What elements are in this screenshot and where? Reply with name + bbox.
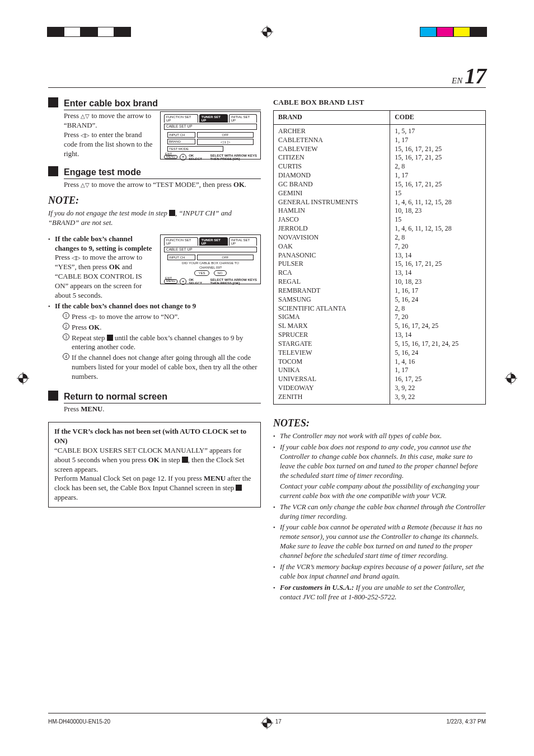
boxed-text: “CABLE BOX USERS SET CLOCK MANUALLY” app… (54, 446, 255, 475)
note-body: If you do not engage the test mode in st… (48, 209, 261, 228)
registration-mark-top (261, 26, 273, 38)
step-title: Engage test mode (64, 166, 261, 179)
th-brand: BRAND (274, 111, 390, 125)
brand-codes-cell: 1, 5, 171, 1715, 16, 17, 21, 2515, 16, 1… (390, 124, 486, 404)
case-channel-not-change: If the cable box’s channel does not chan… (48, 302, 261, 383)
note-item: If your cable box cannot be operated wit… (273, 523, 486, 561)
circled-number-icon: 4 (63, 353, 69, 360)
registration-mark-left (17, 372, 29, 384)
bullet-icon (273, 583, 280, 602)
brand-names-cell: ARCHERCABLETENNACABLEVIEWCITIZENCURTISDI… (274, 124, 390, 404)
substep-3: 3Repeat step until the cable box’s chann… (63, 334, 261, 353)
bullet-icon (273, 503, 280, 522)
notes-heading: NOTES: (273, 417, 486, 430)
step-engage-test-mode: Engage test mode Press to move the arrow… (48, 166, 261, 190)
column-right: CABLE BOX BRAND LIST BRANDCODE ARCHERCAB… (272, 97, 486, 604)
boxed-text: Perform Manual Clock Set on page 12. If … (54, 474, 255, 503)
osd-no-button: NO (214, 270, 227, 276)
column-left: Enter cable box brand FUNCTION SET UP TU… (48, 97, 262, 604)
footer-right: 1/22/3, 4:37 PM (446, 719, 486, 725)
step-marker (48, 97, 58, 107)
step-title: Return to normal screen (64, 391, 261, 403)
osd-message: CHANNEL 09? (167, 266, 254, 269)
case-title: If the cable box’s channel changes to 9,… (55, 235, 152, 252)
osd-field-label: TEST MODE (167, 146, 223, 152)
substep-4: 4If the channel does not change after go… (63, 353, 261, 382)
step-text: Press to move the arrow to “TEST MODE”, … (64, 180, 261, 190)
bullet-icon (48, 234, 55, 300)
osd-tab-active: TUNER SET UP (199, 114, 228, 123)
note-item: If your cable box does not respond to an… (273, 443, 486, 500)
osd-yes-button: YES (194, 270, 209, 276)
bullet-icon (273, 523, 280, 561)
note-item: For customers in U.S.A.: If you are unab… (273, 583, 486, 602)
page-number: EN 17 (452, 63, 486, 89)
printmarks-top (0, 27, 534, 40)
substep-1: 1Press to move the arrow to “NO”. (63, 312, 261, 322)
footer-left: HM-DH40000U-EN15-20 (48, 719, 110, 725)
bullet-icon (273, 443, 280, 500)
registration-mark-right (505, 372, 517, 384)
osd-tab: FUNCTION SET UP (164, 237, 198, 246)
bullet-icon (273, 562, 280, 581)
step-ref-icon (107, 335, 113, 341)
note-heading: NOTE: (48, 194, 261, 208)
bullet-icon (48, 302, 55, 383)
header-rule (48, 87, 486, 88)
osd-tab: INITIAL SET UP (229, 237, 257, 246)
page-prefix: EN (452, 76, 462, 85)
brand-table: BRANDCODE ARCHERCABLETENNACABLEVIEWCITIZ… (273, 110, 486, 405)
th-code: CODE (390, 111, 486, 125)
osd-message: DID YOUR CABLE BOX CHANGE TO (167, 261, 254, 265)
step-ref-icon (236, 485, 242, 491)
osd-tab: INITIAL SET UP (229, 114, 257, 123)
boxed-title: If the VCR’s clock has not been set (wit… (54, 427, 255, 446)
osd-tab-active: TUNER SET UP (199, 237, 228, 246)
step-enter-brand: Enter cable box brand FUNCTION SET UP TU… (48, 97, 261, 159)
osd-panel-title: CABLE SET UP (164, 247, 257, 253)
footer-rule (48, 713, 486, 713)
osd-field-label: INPUT CH (167, 255, 195, 260)
osd-field-label: INPUT CH (167, 132, 195, 138)
brand-list-title: CABLE BOX BRAND LIST (273, 97, 486, 107)
step-marker (48, 166, 58, 176)
step-title: Enter cable box brand (64, 97, 261, 110)
step-text: Press MENU. (64, 405, 261, 414)
osd-field-value: ◁ 1 ▷ (197, 139, 254, 145)
osd-tab: FUNCTION SET UP (164, 114, 198, 123)
substep-2: 2Press OK. (63, 323, 261, 332)
osd-figure-test: FUNCTION SET UP TUNER SET UP INITIAL SET… (160, 234, 261, 284)
osd-field-value: OFF (197, 255, 254, 260)
note-item: The VCR can only change the cable box ch… (273, 503, 486, 522)
circled-number-icon: 2 (63, 323, 69, 330)
page-num: 17 (465, 63, 486, 88)
step-ref-icon (182, 457, 188, 463)
case-channel-changes: FUNCTION SET UP TUNER SET UP INITIAL SET… (48, 234, 261, 300)
osd-figure-brand: FUNCTION SET UP TUNER SET UP INITIAL SET… (160, 111, 261, 159)
printer-marks-left (47, 27, 131, 37)
footer-center: 17 (275, 719, 282, 725)
step-return-normal: Return to normal screen Press MENU. (48, 391, 261, 414)
osd-panel-title: CABLE SET UP (164, 124, 257, 130)
registration-mark-bottom (261, 717, 273, 729)
case-title: If the cable box’s channel does not chan… (55, 302, 196, 310)
note-item: The Controller may not work with all typ… (273, 431, 486, 441)
step-marker (48, 391, 58, 401)
circled-number-icon: 1 (63, 312, 69, 319)
step-ref-icon (169, 210, 175, 216)
page: EN 17 Enter cable box brand FUNCT (0, 0, 534, 756)
printer-marks-right (420, 27, 487, 37)
circled-number-icon: 3 (63, 334, 69, 340)
bullet-icon (273, 431, 280, 441)
osd-field-label: BRAND (167, 139, 195, 144)
note-item: If the VCR’s memory backup expires becau… (273, 562, 486, 581)
content-area: EN 17 Enter cable box brand FUNCT (48, 63, 486, 702)
osd-field-value: OFF (197, 132, 254, 138)
notes-list: The Controller may not work with all typ… (273, 431, 486, 602)
boxed-note: If the VCR’s clock has not been set (wit… (48, 422, 261, 508)
